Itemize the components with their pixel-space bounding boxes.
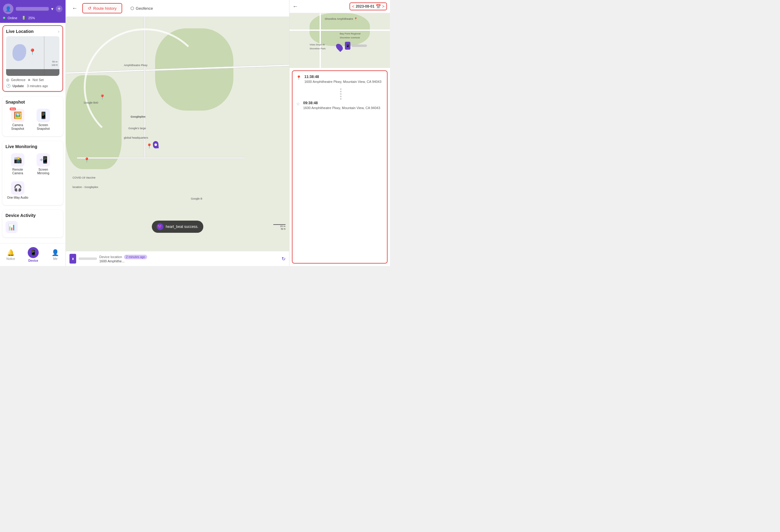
tab-geofence-label: Geofence: [136, 6, 153, 11]
route-address-1: 1600 Amphitheatre Pkwy, Mountain View, C…: [304, 80, 383, 84]
device-location-address: 1600 Amphithe...: [99, 259, 160, 263]
blurred-device-name-right: [352, 45, 367, 47]
device-activity-section: Device Activity 📊: [2, 210, 63, 237]
route-dots: [298, 88, 383, 100]
map-scale: 50 m100 ft: [51, 60, 58, 67]
toast-icon: 💜: [157, 223, 163, 230]
username-blurred: [16, 7, 49, 11]
map-label-vaccine-loc: location - Googleplex: [72, 186, 98, 189]
device-location-bar: ▮ Device location 2 minutes ago 1600 Amp…: [66, 251, 289, 266]
remote-camera-icon: 📸: [14, 156, 22, 164]
rmap-road-h: [289, 30, 390, 31]
right-map-preview[interactable]: Shoreline Amphitheatre 📍 Bay Point Regio…: [289, 13, 390, 68]
right-top-nav: ← < 2023-08-01 📅 >: [289, 0, 390, 13]
map-label-googles-large: Google's large: [128, 127, 146, 130]
update-value: 3 minutes ago: [27, 84, 48, 88]
right-back-btn[interactable]: ←: [293, 3, 298, 10]
toast-message: 💜 heart_beat success.: [152, 221, 203, 233]
live-location-title: Live Location: [6, 29, 34, 34]
map-label-covid: COVID-19 Vaccine: [72, 176, 95, 179]
refresh-btn[interactable]: ↻: [282, 256, 286, 262]
live-location-card: Live Location › 📍 50 m100 ft ◎ Geofence …: [2, 25, 63, 92]
screen-mirroring-btn[interactable]: 📲 Screen Mirroring: [31, 151, 55, 178]
rmap-label-shoreline: Shoreline Amphitheatre 📍: [325, 17, 357, 20]
middle-map[interactable]: Amphitheatre Pkwy Google B40 Googleplex …: [66, 17, 289, 251]
route-item-1: 📍 11:38:48 1600 Amphitheatre Pkwy, Mount…: [296, 75, 383, 84]
map-label-b40: Google B40: [84, 101, 98, 104]
device-icon-right: 📱: [345, 42, 350, 50]
tab-route-history[interactable]: ↺ Route history: [82, 3, 122, 13]
map-label-amphitheatre: Amphitheatre Pkwy: [124, 64, 148, 67]
route-location-icon-1: 📍: [296, 75, 301, 80]
remote-camera-btn[interactable]: 📸 Remote Camera: [5, 151, 30, 178]
device-active-icon: 📱: [28, 247, 39, 258]
screen-snapshot-label: Screen Snapshot: [32, 124, 54, 131]
battery-label: 25%: [28, 16, 35, 20]
route-item-body-2: 09:38:48 1600 Amphitheatre Pkwy, Mountai…: [303, 101, 383, 110]
snapshot-section: Snapshot New 🖼️ Camera Snapshot 📱 Screen…: [2, 97, 63, 136]
one-way-audio-icon: 🎧: [14, 184, 22, 192]
geofence-value: Not Set: [33, 78, 44, 82]
geofence-tab-icon: ⬡: [131, 6, 134, 11]
device-activity-title: Device Activity: [5, 213, 60, 220]
road-horizontal-2: [77, 157, 245, 159]
live-monitoring-title: Live Monitoring: [5, 144, 60, 151]
screen-mirroring-label: Screen Mirroring: [32, 168, 54, 175]
map-label-googleplex: Googleplex: [131, 115, 146, 118]
dropdown-icon[interactable]: ▾: [51, 6, 53, 11]
route-time-2: 09:38:48: [303, 101, 383, 105]
screen-snapshot-icon: 📱: [39, 111, 48, 119]
route-item-2: ☆ 09:38:48 1600 Amphitheatre Pkwy, Mount…: [296, 101, 383, 110]
route-time-1: 11:38:48: [304, 75, 383, 79]
notice-icon: 🔔: [7, 249, 15, 256]
remote-camera-label: Remote Camera: [7, 168, 29, 175]
route-star-icon-2: ☆: [296, 101, 300, 106]
middle-panel: ← ↺ Route history ⬡ Geofence Amphitheatr…: [65, 0, 289, 266]
date-next-btn[interactable]: >: [382, 4, 385, 9]
date-prev-btn[interactable]: <: [352, 4, 354, 9]
rmap-label-shoreline-overlook: Shoreline overlook: [340, 36, 360, 39]
toast-text: heart_beat success.: [166, 225, 198, 229]
update-icon: 🕐: [6, 84, 11, 88]
nav-me[interactable]: 👤 Me: [48, 248, 62, 262]
map-label-google-b: Google B: [191, 197, 202, 200]
live-monitoring-section: Live Monitoring 📸 Remote Camera 📲 Screen…: [2, 141, 63, 205]
location-pin: 📍: [29, 48, 36, 55]
nav-me-label: Me: [53, 257, 58, 260]
one-way-audio-btn[interactable]: 🎧 One-Way Audio: [5, 179, 30, 202]
rmap-label-vista: Vista Slope At: [309, 43, 325, 46]
middle-back-btn[interactable]: ←: [70, 5, 79, 12]
me-icon: 👤: [51, 249, 59, 256]
left-header: 👤 ▾ + Online 🔋 25%: [0, 0, 65, 23]
live-location-map[interactable]: 📍 50 m100 ft: [6, 36, 59, 76]
nav-device-label: Device: [28, 259, 38, 262]
geofence-icon: ◎: [6, 78, 9, 82]
avatar: 👤: [3, 4, 13, 14]
nav-notice[interactable]: 🔔 Notice: [3, 248, 18, 262]
calendar-icon[interactable]: 📅: [376, 4, 381, 9]
online-indicator: [3, 17, 5, 19]
map-bottom-bar: [6, 69, 59, 76]
one-way-audio-label: One-Way Audio: [7, 196, 28, 200]
device-map-pin: [153, 141, 159, 148]
route-item-body-1: 11:38:48 1600 Amphitheatre Pkwy, Mountai…: [304, 75, 383, 84]
map-scale-middle: 20 m 50 ft: [273, 224, 286, 230]
device-location-info: Device location 2 minutes ago 1600 Amphi…: [99, 255, 279, 263]
device-location-label-text: Device location: [99, 255, 122, 259]
screen-snapshot-btn[interactable]: 📱 Screen Snapshot: [31, 106, 55, 133]
left-panel: 👤 ▾ + Online 🔋 25% Live Location › 📍 50 …: [0, 0, 65, 266]
tab-geofence[interactable]: ⬡ Geofence: [125, 3, 158, 13]
add-icon[interactable]: +: [56, 5, 62, 12]
route-history-list: 📍 11:38:48 1600 Amphitheatre Pkwy, Mount…: [292, 70, 388, 263]
route-address-2: 1600 Amphitheatre Pkwy, Mountain View, C…: [303, 106, 383, 110]
route-history-icon: ↺: [88, 6, 91, 11]
middle-top-nav: ← ↺ Route history ⬡ Geofence: [66, 0, 289, 17]
device-blurred-name: [79, 257, 97, 260]
rmap-label-baypoint: Bay Point Regional: [340, 32, 360, 35]
right-panel: ← < 2023-08-01 📅 > Shoreline Amphitheatr…: [289, 0, 390, 266]
poi-b40-marker: 📍: [99, 94, 105, 100]
camera-snapshot-btn[interactable]: New 🖼️ Camera Snapshot: [5, 106, 30, 133]
screen-mirroring-icon: 📲: [39, 156, 48, 164]
nav-device[interactable]: 📱 Device: [25, 246, 42, 263]
live-location-chevron[interactable]: ›: [58, 29, 59, 34]
